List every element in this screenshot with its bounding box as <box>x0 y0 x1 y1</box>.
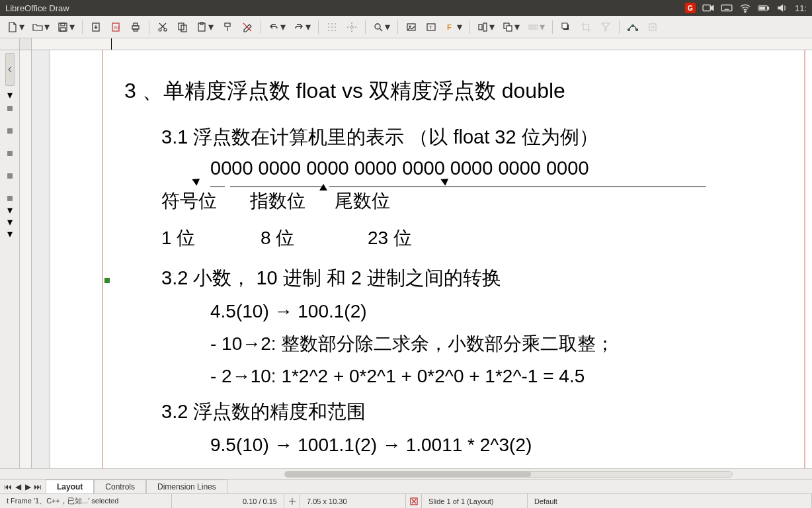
last-tab-button[interactable]: ⏭ <box>34 483 42 491</box>
open-button[interactable]: ▾ <box>29 19 53 36</box>
paragraph: 4.5(10) → 100.1(2) <box>210 301 771 322</box>
export-pdf-button[interactable]: PDF <box>106 19 125 36</box>
svg-rect-53 <box>562 23 567 28</box>
svg-point-58 <box>652 26 654 28</box>
distribute-button[interactable]: ▾ <box>524 19 548 36</box>
panel-item-icon[interactable] <box>7 128 13 134</box>
panel-collapse-handle[interactable] <box>5 53 15 86</box>
panel-dropdown-icon[interactable]: ▾ <box>5 230 15 237</box>
svg-point-56 <box>632 24 634 26</box>
svg-rect-49 <box>529 25 531 29</box>
new-button[interactable]: ▾ <box>4 19 28 36</box>
tab-controls[interactable]: Controls <box>94 480 146 493</box>
scrollbar-thumb[interactable] <box>285 472 531 477</box>
shadow-button[interactable] <box>557 19 575 36</box>
arrow-icon <box>319 184 327 190</box>
width-sign: 1 位 <box>161 226 261 251</box>
copy-button[interactable] <box>173 19 192 36</box>
paragraph: 0100 0001 0001 1000 0000 0000 0000 0000 <box>210 465 771 468</box>
svg-rect-8 <box>768 7 769 9</box>
width-mant: 23 位 <box>368 226 412 251</box>
svg-point-38 <box>375 24 380 29</box>
volume-icon[interactable] <box>776 2 788 14</box>
filter-button[interactable] <box>596 19 615 36</box>
svg-rect-17 <box>134 23 138 26</box>
subheading: 3.1 浮点数在计算机里的表示 （以 float 32 位为例） <box>161 124 771 151</box>
panel-item-icon[interactable] <box>7 151 13 156</box>
heading: 3 、单精度浮点数 float vs 双精度浮点数 double <box>124 77 771 106</box>
crop-button[interactable] <box>577 19 595 36</box>
wifi-icon[interactable] <box>739 2 751 14</box>
netease-icon[interactable]: G <box>685 3 696 13</box>
prev-tab-button[interactable]: ◀ <box>14 483 22 491</box>
print-button[interactable] <box>126 19 145 36</box>
label-mant: 尾数位 <box>335 189 390 214</box>
insert-textbox-button[interactable]: T <box>422 19 440 36</box>
panel-dropdown-icon[interactable]: ▾ <box>5 206 15 213</box>
undo-button[interactable]: ▾ <box>265 19 289 36</box>
main-toolbar: ▾ ▾ ▾ PDF ▾ ▾ ▾ ▾ T F▾ ▾ ▾ ▾ <box>0 16 812 38</box>
clock[interactable]: 11: <box>795 3 807 13</box>
edit-points-button[interactable] <box>624 19 642 36</box>
panel-item-icon[interactable] <box>7 173 13 179</box>
selection-handle[interactable] <box>104 278 110 283</box>
ruler-corner <box>20 38 32 50</box>
battery-icon[interactable] <box>758 2 770 14</box>
svg-point-28 <box>331 23 333 24</box>
svg-rect-11 <box>61 23 65 26</box>
svg-text:PDF: PDF <box>114 26 120 30</box>
arrange-button[interactable]: ▾ <box>499 19 523 36</box>
grid-button[interactable] <box>323 19 341 36</box>
save-button[interactable]: ▾ <box>54 19 78 36</box>
panel-item-icon[interactable] <box>7 106 13 111</box>
horizontal-ruler[interactable] <box>32 38 812 50</box>
svg-point-33 <box>328 30 329 31</box>
svg-point-41 <box>409 26 411 27</box>
glue-points-button[interactable] <box>643 19 662 36</box>
redo-button[interactable]: ▾ <box>290 19 314 36</box>
subheading: 3.2 小数， 10 进制 和 2 进制之间的转换 <box>161 265 771 292</box>
horizontal-scrollbar[interactable] <box>0 468 812 479</box>
status-style: Default <box>528 494 812 508</box>
paste-button[interactable]: ▾ <box>193 19 217 36</box>
cut-button[interactable] <box>153 19 172 36</box>
svg-point-31 <box>331 26 333 28</box>
app-title: LibreOffice Draw <box>5 3 69 13</box>
panel-dropdown-icon[interactable]: ▾ <box>5 218 15 225</box>
tab-dimension[interactable]: Dimension Lines <box>146 480 227 493</box>
keyboard-icon[interactable] <box>721 2 733 14</box>
svg-point-27 <box>328 23 329 24</box>
svg-rect-18 <box>134 29 138 31</box>
svg-rect-9 <box>760 7 765 9</box>
layer-tabs: ⏮ ◀ ▶ ⏭ Layout Controls Dimension Lines <box>0 479 812 493</box>
vertical-ruler[interactable] <box>20 50 32 468</box>
clone-format-button[interactable] <box>218 19 237 36</box>
svg-rect-50 <box>532 25 534 29</box>
align-button[interactable]: ▾ <box>474 19 498 36</box>
panel-dropdown-icon[interactable]: ▾ <box>5 91 15 98</box>
tab-layout[interactable]: Layout <box>46 480 94 493</box>
svg-rect-45 <box>479 24 482 30</box>
helplines-button[interactable] <box>343 19 361 36</box>
zoom-button[interactable]: ▾ <box>370 19 393 36</box>
svg-rect-25 <box>225 23 230 26</box>
label-row: 符号位 指数位 尾数位 <box>161 189 771 214</box>
underline-sign <box>210 187 225 187</box>
export-direct-button[interactable] <box>87 19 105 36</box>
signature-icon[interactable] <box>406 494 422 508</box>
fontwork-button[interactable]: F▾ <box>442 19 466 36</box>
workspace: ▾ ▾ ▾ ▾ 3 、单精度浮点数 float vs 双精度浮点数 double… <box>0 38 812 479</box>
panel-item-icon[interactable] <box>7 196 13 201</box>
screen-record-icon[interactable] <box>702 2 714 14</box>
svg-text:T: T <box>429 24 432 30</box>
arrow-icon <box>192 175 202 186</box>
first-tab-button[interactable]: ⏮ <box>4 483 12 491</box>
ruler-corner-left <box>0 38 20 50</box>
next-tab-button[interactable]: ▶ <box>24 483 32 491</box>
text-frame[interactable]: 3 、单精度浮点数 float vs 双精度浮点数 double 3.1 浮点数… <box>124 77 771 468</box>
insert-image-button[interactable] <box>402 19 421 36</box>
clear-format-button[interactable] <box>238 19 257 36</box>
underline-exp <box>230 187 323 187</box>
canvas[interactable]: 3 、单精度浮点数 float vs 双精度浮点数 double 3.1 浮点数… <box>32 50 812 468</box>
page[interactable]: 3 、单精度浮点数 float vs 双精度浮点数 double 3.1 浮点数… <box>50 50 812 468</box>
